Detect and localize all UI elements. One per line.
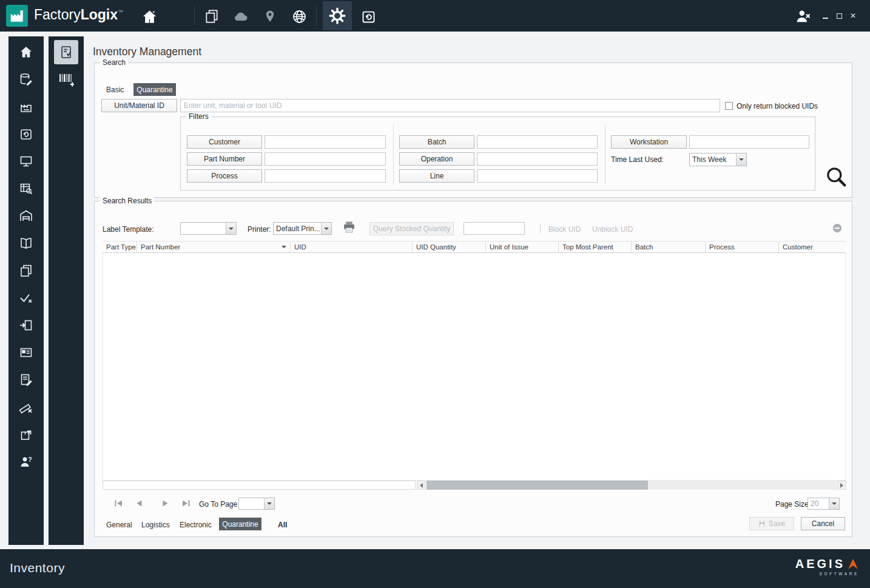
tab-basic[interactable]: Basic <box>106 86 124 94</box>
search-results-group-label: Search Results <box>100 197 154 205</box>
tab-general[interactable]: General <box>106 521 132 529</box>
tab-logistics[interactable]: Logistics <box>141 521 170 529</box>
copy-pages-icon[interactable] <box>203 7 221 25</box>
scroll-left-icon[interactable] <box>417 481 426 490</box>
filter-workstation-input[interactable] <box>689 135 809 149</box>
filter-part-number-input[interactable] <box>265 152 386 166</box>
pager-last-icon[interactable] <box>181 499 191 507</box>
chevron-down-icon[interactable] <box>736 154 746 166</box>
filter-customer-input[interactable] <box>265 135 386 149</box>
tab-electronic[interactable]: Electronic <box>180 521 212 529</box>
go-to-page-label: Go To Page <box>199 500 237 509</box>
column-header-uid[interactable]: UID <box>291 242 413 252</box>
pager-next-icon[interactable] <box>160 499 170 507</box>
block-uid-button[interactable]: Block UID <box>548 225 581 234</box>
time-last-used-value: This Week <box>690 154 736 166</box>
inventory-checklist-icon[interactable] <box>54 40 78 64</box>
history-box-icon[interactable] <box>359 7 377 25</box>
scroll-right-icon[interactable] <box>837 481 846 490</box>
database-edit-icon[interactable] <box>14 67 38 92</box>
home-icon[interactable] <box>140 7 158 25</box>
sort-arrow-icon[interactable] <box>282 246 286 248</box>
id-card-icon[interactable] <box>14 340 38 365</box>
label-template-value <box>181 223 226 234</box>
close-button[interactable]: ✕ <box>848 11 858 21</box>
package-arrow-icon[interactable] <box>14 422 38 447</box>
settings-gear-icon[interactable] <box>323 1 352 30</box>
results-footer-strip <box>103 481 416 490</box>
horizontal-scrollbar-thumb[interactable] <box>427 481 648 490</box>
warehouse-icon[interactable] <box>14 204 38 228</box>
column-header-part-type[interactable]: Part Type <box>103 242 137 252</box>
cloud-icon[interactable] <box>232 7 250 25</box>
home-icon[interactable] <box>14 40 38 64</box>
user-question-icon[interactable]: ? <box>14 450 38 474</box>
column-header-process[interactable]: Process <box>706 242 779 252</box>
filter-part-number-button[interactable]: Part Number <box>187 152 262 166</box>
filter-operation-button[interactable]: Operation <box>399 152 474 166</box>
monitor-icon[interactable] <box>14 149 38 174</box>
filter-operation-input[interactable] <box>477 152 598 166</box>
tab-quarantine[interactable]: Quarantine <box>133 83 176 96</box>
time-last-used-select[interactable]: This Week <box>689 153 747 166</box>
printer-icon[interactable] <box>343 221 356 235</box>
pager-first-icon[interactable] <box>113 499 123 507</box>
check-cancel-icon[interactable] <box>14 286 38 310</box>
chevron-down-icon[interactable] <box>226 223 236 234</box>
unblock-uid-button[interactable]: Unblock UID <box>592 225 633 234</box>
filter-line-button[interactable]: Line <box>399 169 474 183</box>
import-box-icon[interactable] <box>14 313 38 337</box>
filter-process-input[interactable] <box>265 169 386 183</box>
column-header-customer[interactable]: Customer <box>779 242 846 252</box>
save-button[interactable]: Save <box>749 517 794 530</box>
unit-material-id-button[interactable]: Unit/Material ID <box>101 99 177 112</box>
search-magnifier-icon[interactable] <box>824 165 848 191</box>
aegis-software-text: SOFTWARE <box>820 572 859 576</box>
maximize-button[interactable] <box>834 11 844 21</box>
chevron-down-icon[interactable] <box>264 498 274 509</box>
filter-line-input[interactable] <box>477 169 598 183</box>
save-button-label: Save <box>769 519 785 528</box>
page-size-select[interactable]: 20 <box>808 498 840 510</box>
filter-batch-input[interactable] <box>477 135 598 149</box>
blocked-uids-label: Only return blocked UIDs <box>737 102 818 110</box>
filter-process-button[interactable]: Process <box>187 169 262 183</box>
ruler-cancel-icon[interactable] <box>14 395 38 419</box>
user-logout-icon[interactable] <box>794 7 812 25</box>
tab-all[interactable]: All <box>278 521 287 529</box>
results-table-body[interactable] <box>103 253 846 481</box>
document-edit-icon[interactable] <box>14 368 38 392</box>
globe-icon[interactable] <box>290 7 308 25</box>
blocked-uids-checkbox[interactable] <box>725 102 733 110</box>
column-header-part-number[interactable]: Part Number <box>137 242 291 252</box>
minimize-button[interactable] <box>820 11 830 21</box>
app-title: FactoryLogix™ <box>34 7 123 23</box>
book-icon[interactable] <box>14 231 38 255</box>
query-stocked-quantity-button[interactable]: Query Stocked Quantity <box>369 222 454 235</box>
stocked-quantity-input[interactable] <box>464 222 525 235</box>
box-history-icon[interactable] <box>14 122 38 146</box>
chevron-down-icon[interactable] <box>321 223 331 234</box>
go-to-page-select[interactable] <box>238 498 275 510</box>
pager-prev-icon[interactable] <box>134 499 144 507</box>
factory-icon[interactable] <box>14 95 38 119</box>
label-template-select[interactable] <box>180 222 237 235</box>
filter-workstation-button[interactable]: Workstation <box>611 135 687 149</box>
printer-label: Printer: <box>248 225 271 234</box>
table-search-icon[interactable] <box>14 177 38 201</box>
cancel-button[interactable]: Cancel <box>801 517 845 530</box>
copy-pages-icon[interactable] <box>14 259 38 283</box>
tab-quarantine-bottom[interactable]: Quarantine <box>219 518 261 530</box>
column-header-batch[interactable]: Batch <box>632 242 706 252</box>
filter-customer-button[interactable]: Customer <box>187 135 262 149</box>
chevron-down-icon[interactable] <box>829 498 839 509</box>
barcode-add-icon[interactable] <box>54 67 78 92</box>
column-header-uid-quantity[interactable]: UID Quantity <box>413 242 486 252</box>
uid-search-input[interactable] <box>180 99 720 112</box>
filter-batch-button[interactable]: Batch <box>399 135 474 149</box>
location-pin-icon[interactable] <box>261 7 279 25</box>
column-header-top-most-parent[interactable]: Top Most Parent <box>559 242 632 252</box>
column-header-unit-of-issue[interactable]: Unit of Issue <box>486 242 559 252</box>
remove-circle-icon[interactable] <box>832 223 842 235</box>
printer-select[interactable]: Default Prin... <box>273 222 332 235</box>
